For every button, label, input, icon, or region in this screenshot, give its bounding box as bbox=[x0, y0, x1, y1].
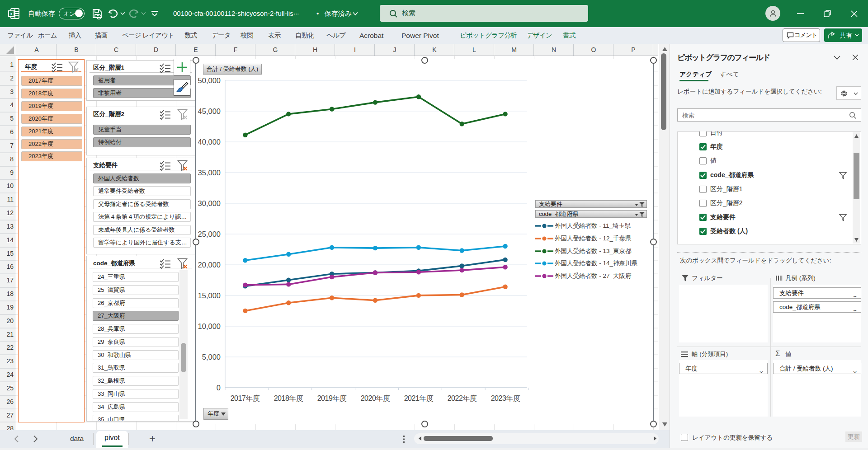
svg-text:x: x bbox=[10, 11, 13, 16]
